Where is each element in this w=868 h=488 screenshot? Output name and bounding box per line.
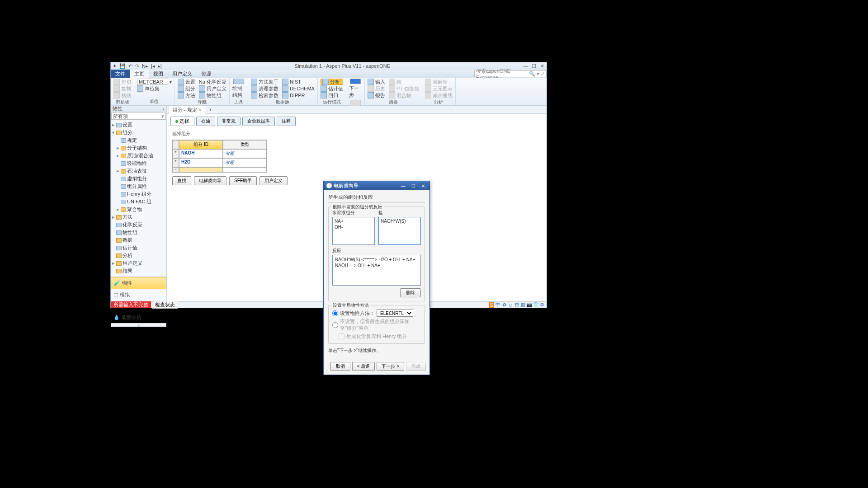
row-marker[interactable] xyxy=(173,149,179,158)
ribbon-propgroup[interactable]: 物性组 xyxy=(199,92,226,99)
cell-id[interactable]: NAOH xyxy=(179,149,223,158)
toggle-icon[interactable]: ▸ xyxy=(116,206,120,212)
tray-icon[interactable]: 📷 xyxy=(527,302,532,308)
list-item[interactable]: OH- xyxy=(335,224,373,230)
tree-item[interactable]: 物性组 xyxy=(112,229,165,236)
subtab-comments[interactable]: 注释 xyxy=(277,117,296,126)
tray-icon[interactable]: ▦ xyxy=(520,302,526,308)
tree-item[interactable]: ▸聚合物 xyxy=(112,206,165,213)
grid-row[interactable]: H2O 常规 xyxy=(173,158,267,167)
ribbon-dippr[interactable]: DIPPR xyxy=(282,92,315,99)
close-button[interactable]: ✕ xyxy=(539,63,545,69)
sfe-button[interactable]: SFE助手 xyxy=(229,176,257,185)
toggle-icon[interactable]: ▸ xyxy=(112,260,115,266)
cat-energy[interactable]: 💧能量分析 xyxy=(111,312,166,323)
ribbon-userdef[interactable]: 用户定义 xyxy=(199,85,226,92)
toggle-icon[interactable]: ▾ xyxy=(112,130,115,136)
maximize-button[interactable]: ☐ xyxy=(531,63,537,69)
tree-item[interactable]: Henry 组分 xyxy=(112,190,165,198)
list-item[interactable]: NAOH*W(S) <====> H2O + OH- + NA+ xyxy=(335,257,418,263)
doc-tab-components[interactable]: 组分 - 规定× xyxy=(169,105,205,114)
tree-item[interactable]: ▸分子结构 xyxy=(112,144,165,152)
cell-id[interactable]: H2O xyxy=(179,158,223,167)
ribbon-next[interactable]: 下一步 xyxy=(349,79,362,99)
list-item[interactable]: NA+ xyxy=(335,218,373,224)
salt-listbox[interactable]: NAOH*W(S) xyxy=(378,217,421,245)
dropdown-icon[interactable]: ▾ xyxy=(161,113,164,119)
close-icon[interactable]: × xyxy=(198,107,201,113)
cat-properties[interactable]: 🧪物性 xyxy=(111,277,166,289)
tray-icon[interactable]: ☺ xyxy=(508,302,513,308)
cancel-button[interactable]: 取消 xyxy=(330,362,350,371)
ribbon-input[interactable]: 输入 xyxy=(368,79,385,85)
subtab-enterprise[interactable]: 企业数据库 xyxy=(242,117,275,126)
row-marker[interactable] xyxy=(173,167,179,172)
toggle-icon[interactable]: ▸ xyxy=(112,122,115,128)
ribbon-dechema[interactable]: DECHEMA xyxy=(282,85,315,92)
col-type[interactable]: 类型 xyxy=(223,140,267,149)
cell-id-new[interactable] xyxy=(179,167,223,172)
tree-item[interactable]: 化学反应 xyxy=(112,221,165,229)
tree-item[interactable]: 虚拟组分 xyxy=(112,175,165,183)
step-back-icon[interactable]: |◂ xyxy=(151,63,155,69)
list-item[interactable]: NAOH ---> OH- + NA+ xyxy=(335,263,418,268)
cat-expand[interactable]: ▾ xyxy=(111,323,166,327)
redo-icon[interactable]: ↷ xyxy=(135,63,139,69)
ribbon-regression[interactable]: 回归 xyxy=(321,92,343,99)
save-icon[interactable]: 💾 xyxy=(119,63,126,69)
menu-tab-home[interactable]: 主页 xyxy=(130,70,149,78)
dialog-minimize[interactable]: — xyxy=(400,183,407,189)
tray-icon[interactable]: 中 xyxy=(495,302,500,308)
tray-icon[interactable]: 👕 xyxy=(533,302,538,308)
toggle-icon[interactable]: ▸ xyxy=(116,145,120,151)
ribbon-unit-combo[interactable]: METCBAR▾ xyxy=(137,79,172,85)
ribbon-analysis[interactable]: 分析 xyxy=(321,79,343,85)
menu-tab-user[interactable]: 用户定义 xyxy=(168,70,197,78)
menu-tab-view[interactable]: 视图 xyxy=(149,70,168,78)
delete-button[interactable]: 删除 xyxy=(400,288,421,297)
ribbon-drawstruct[interactable]: 绘制结构 xyxy=(232,79,245,99)
row-marker[interactable] xyxy=(173,158,179,167)
grid-corner[interactable] xyxy=(173,140,179,149)
dropdown-icon[interactable]: ▾ xyxy=(537,71,539,77)
tray-icon[interactable]: S xyxy=(489,302,494,308)
collapse-icon[interactable]: ‹ xyxy=(163,106,165,112)
ribbon-clean-param[interactable]: 清理参数 xyxy=(251,85,278,92)
subtab-nonconventional[interactable]: 非常规 xyxy=(217,117,241,126)
ribbon-search-param[interactable]: 检索参数 xyxy=(251,92,278,99)
tree-item[interactable]: ▾组分 xyxy=(112,129,165,136)
toggle-icon[interactable]: ▸ xyxy=(116,168,120,174)
tray-icon[interactable]: ✿ xyxy=(501,302,507,308)
tree-item[interactable]: UNIFAC 组 xyxy=(112,198,165,206)
next-button[interactable]: 下一步 > xyxy=(377,362,404,371)
radio-input[interactable] xyxy=(332,310,338,316)
dialog-close[interactable]: ✕ xyxy=(420,183,427,189)
expand-icon[interactable]: ⤢ xyxy=(541,71,545,77)
tray-icon[interactable]: ⚙ xyxy=(539,302,545,308)
tree-item[interactable]: 规定 xyxy=(112,136,165,144)
dialog-maximize[interactable]: ☐ xyxy=(410,183,417,189)
list-item[interactable]: NAOH*W(S) xyxy=(381,218,419,224)
aqueous-listbox[interactable]: NA+ OH- xyxy=(332,217,375,245)
tree-item[interactable]: ▸石油表征 xyxy=(112,167,165,175)
toggle-icon[interactable]: ▸ xyxy=(112,214,115,220)
ribbon-nist[interactable]: NIST xyxy=(282,79,315,85)
toggle-icon[interactable]: ▸ xyxy=(116,153,120,159)
ribbon-report[interactable]: 报告 xyxy=(368,92,385,99)
cell-type[interactable]: 常规 xyxy=(223,158,267,167)
ribbon-method-assist[interactable]: 方法助手 xyxy=(251,79,278,85)
tree-item[interactable]: ▸设置 xyxy=(112,121,165,129)
tree-item[interactable]: ▸方法 xyxy=(112,213,165,221)
step-fwd-icon[interactable]: ▸| xyxy=(158,63,162,69)
ribbon-unit-set[interactable]: 单位集 xyxy=(137,85,172,92)
subtab-petroleum[interactable]: 石油 xyxy=(196,117,215,126)
search-input[interactable]: 搜索aspenONE Exchange 🔍▾⤢ xyxy=(474,70,547,77)
ribbon-estimate[interactable]: 估计值 xyxy=(321,85,343,92)
cat-simulation[interactable]: ⬚模拟 xyxy=(111,289,166,300)
tree-item[interactable]: 数据 xyxy=(112,236,165,244)
radio-set-method[interactable]: 设置物性方法： ELECNRTL xyxy=(332,310,421,317)
status-error[interactable]: 所需输入不完整 xyxy=(111,301,151,308)
ribbon-components[interactable]: 组分 xyxy=(178,85,195,92)
back-button[interactable]: < 后退 xyxy=(352,362,375,371)
menu-tab-resource[interactable]: 资源 xyxy=(197,70,216,78)
